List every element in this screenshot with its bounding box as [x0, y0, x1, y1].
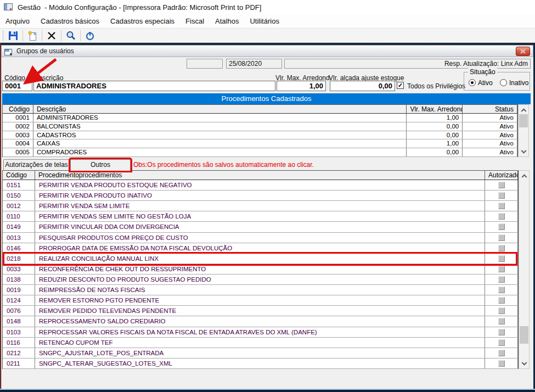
table-row[interactable]: 0002BALCONISTAS0,00Ativo: [3, 122, 517, 131]
descricao-input[interactable]: ADMINISTRADORES: [33, 81, 275, 91]
table-row-0211[interactable]: 0211SNGPC_ALTERAR_SUGESTAO_LOTES_XML: [3, 359, 518, 369]
table-row-0150[interactable]: 0150PERMITIR VENDA PRODUTO INATIVO: [3, 191, 518, 201]
table-row-0116[interactable]: 0116RETENCAO CUPOM TEF: [3, 338, 518, 348]
scroll-down-button[interactable]: [519, 148, 528, 156]
table-row[interactable]: 0003CADASTROS0,00Ativo: [3, 131, 517, 140]
vlr-alcada-input[interactable]: 0,00: [330, 81, 395, 91]
scrollbar-thumb[interactable]: [519, 114, 528, 127]
child-window-titlebar[interactable]: Grupos de usuários: [1, 45, 533, 57]
cell-authorized: [485, 191, 518, 200]
power-button[interactable]: [83, 29, 97, 42]
groups-table-scrollbar[interactable]: [518, 104, 529, 157]
authorized-checkbox[interactable]: [498, 350, 505, 356]
save-button[interactable]: [6, 29, 20, 42]
new-button[interactable]: [25, 29, 40, 42]
ativo-radio[interactable]: [469, 79, 476, 86]
chevron-down-icon: [521, 148, 526, 153]
authorized-checkbox[interactable]: [498, 223, 505, 230]
cell-code: 0013: [3, 233, 35, 243]
procedures-table-scrollbar[interactable]: [519, 170, 530, 369]
menu-item-fiscal[interactable]: Fiscal: [180, 15, 210, 27]
tab-outros-procedimentos[interactable]: Outros procedimentos: [70, 159, 131, 171]
scrollbar-thumb[interactable]: [520, 326, 528, 344]
tab-autorizacoes-de-telas[interactable]: Autorizações de telas: [3, 159, 70, 170]
authorized-checkbox[interactable]: [498, 329, 505, 335]
table-row-0013[interactable]: 0013PESQUISAR PRODUTOS COM PREÇO DE CUST…: [3, 233, 518, 243]
authorized-checkbox[interactable]: [498, 318, 505, 324]
table-row-0124[interactable]: 0124REMOVER ESTORNO PGTO PENDENTE: [3, 295, 518, 306]
inativo-radio[interactable]: [500, 79, 507, 86]
cell-code: 0012: [3, 201, 35, 211]
menu-item-cadastros-b-sicos[interactable]: Cadastros básicos: [35, 15, 105, 27]
authorized-checkbox[interactable]: [498, 234, 505, 241]
table-row-0012[interactable]: 0012PERMITIR VENDA SEM LIMITE: [3, 201, 518, 211]
authorized-checkbox[interactable]: [498, 297, 505, 304]
menu-item-atalhos[interactable]: Atalhos: [210, 15, 244, 27]
table-row-0212[interactable]: 0212SNGPC_AJUSTAR_LOTE_POS_ENTRADA: [3, 348, 518, 359]
authorized-checkbox[interactable]: [498, 192, 505, 199]
app-title: Gestão - Módulo Configuração - [Impresso…: [18, 3, 261, 12]
scroll-up-button[interactable]: [519, 171, 529, 180]
authorized-checkbox[interactable]: [498, 276, 505, 283]
menu-item-utilit-rios[interactable]: Utilitários: [244, 15, 284, 27]
authorized-checkbox[interactable]: [498, 203, 505, 209]
cell-procedure: REALIZAR CONCILIAÇÃO MANUAL LINX: [35, 254, 485, 264]
todos-privilegios-checkbox[interactable]: ✓: [397, 82, 404, 89]
header-blank-field[interactable]: [187, 59, 223, 69]
cell-procedure: SNGPC_AJUSTAR_LOTE_POS_ENTRADA: [35, 348, 485, 358]
delete-button[interactable]: [44, 29, 59, 42]
date-field[interactable]: 25/08/2020: [226, 59, 282, 69]
vlr-max-input[interactable]: 1,00: [277, 81, 326, 91]
search-button[interactable]: [64, 29, 78, 42]
authorized-checkbox[interactable]: [498, 255, 505, 262]
column-header[interactable]: Código: [3, 171, 35, 180]
column-header[interactable]: Descrição: [33, 105, 407, 113]
authorized-checkbox[interactable]: [498, 245, 505, 251]
table-row-0076[interactable]: 0076REMOVER PEDIDO TELEVENDAS PENDENTE: [3, 306, 518, 316]
authorized-checkbox[interactable]: [498, 182, 505, 188]
table-row-0138[interactable]: 0138REDUZIR DESCONTO DO PRODUTO SUGESTAO…: [3, 275, 518, 285]
cell-authorized: [485, 338, 518, 348]
child-window-title: Grupos de usuários: [16, 47, 74, 55]
authorized-checkbox[interactable]: [498, 339, 505, 346]
window-icon: [4, 48, 12, 54]
column-header[interactable]: Vlr. Max. Arredond.: [407, 105, 463, 113]
table-row-0033[interactable]: 0033RECONFERÊNCIA DE CHEK OUT DO RESSUPR…: [3, 264, 518, 275]
power-icon: [85, 30, 95, 41]
column-header[interactable]: Código: [3, 105, 33, 113]
authorized-checkbox[interactable]: [498, 266, 505, 272]
table-row-0103[interactable]: 0103REPROCESSAR VALORES FISCAIS DA NOTA …: [3, 327, 518, 338]
toolbar-drag-handle[interactable]: [2, 30, 3, 41]
authorized-checkbox[interactable]: [498, 213, 505, 220]
cell-procedure: PERMITIR VENDA PRODUTO ESTOQUE NEGATIVO: [35, 180, 485, 190]
table-row-0218[interactable]: 0218REALIZAR CONCILIAÇÃO MANUAL LINX: [3, 254, 518, 264]
column-header[interactable]: Status: [463, 105, 517, 113]
table-row-0146[interactable]: 0146PRORROGAR DATA DE EMISSÃO DA NOTA FI…: [3, 243, 518, 254]
menu-item-arquivo[interactable]: Arquivo: [0, 15, 35, 27]
cell-authorized: [485, 264, 518, 274]
cell: Ativo: [463, 122, 517, 131]
table-row-0110[interactable]: 0110PERMITIR VENDAS SEM LIMITE NO GESTÃO…: [3, 211, 518, 222]
cell-authorized: [485, 348, 518, 358]
ativo-label: Ativo: [478, 79, 493, 87]
codigo-input[interactable]: 0001: [2, 81, 32, 91]
close-button[interactable]: [516, 47, 530, 56]
application-window: Gestão - Módulo Configuração - [Impresso…: [0, 0, 535, 392]
column-header[interactable]: Autorizado: [485, 171, 518, 180]
table-row[interactable]: 0005COMPRADORES0,00Ativo: [3, 148, 517, 157]
menubar: ArquivoCadastros básicosCadastros especi…: [0, 14, 535, 28]
scroll-down-button[interactable]: [519, 360, 529, 368]
authorized-checkbox[interactable]: [498, 307, 505, 314]
scroll-up-button[interactable]: [519, 105, 528, 114]
cell-code: 0110: [3, 211, 35, 221]
authorized-checkbox[interactable]: [498, 287, 505, 293]
table-row-0148[interactable]: 0148REPROCESSAMENTO SALDO CREDIARIO: [3, 316, 518, 327]
table-row-0151[interactable]: 0151PERMITIR VENDA PRODUTO ESTOQUE NEGAT…: [3, 180, 518, 191]
authorized-checkbox[interactable]: [498, 360, 505, 367]
table-row[interactable]: 0004CAIXAS1,00Ativo: [3, 139, 517, 148]
menu-item-cadastros-especiais[interactable]: Cadastros especiais: [105, 15, 180, 27]
table-row-0149[interactable]: 0149PERMITIR VINCULAR DDA COM DIVERGENCI…: [3, 222, 518, 232]
table-row[interactable]: 0001ADMINISTRADORES1,00Ativo: [3, 114, 517, 122]
cell-procedure: REDUZIR DESCONTO DO PRODUTO SUGESTAO PED…: [35, 275, 485, 284]
table-row-0019[interactable]: 0019REIMPRESSÃO DE NOTAS FISCAIS: [3, 285, 518, 295]
